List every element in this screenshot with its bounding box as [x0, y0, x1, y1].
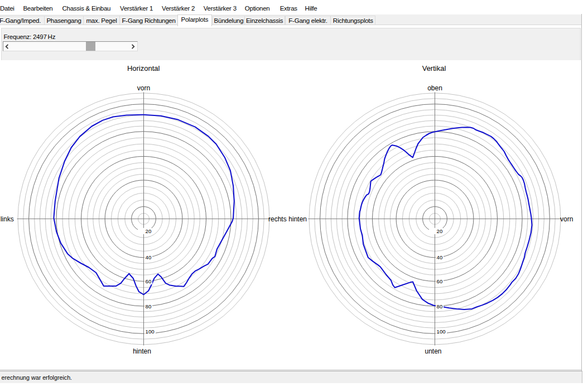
svg-text:unten: unten	[425, 347, 441, 355]
svg-text:links: links	[1, 215, 14, 223]
svg-text:60: 60	[146, 278, 152, 284]
svg-text:hinten: hinten	[288, 215, 307, 223]
svg-text:oben: oben	[427, 84, 442, 92]
svg-text:Horizontal: Horizontal	[127, 64, 160, 72]
svg-text:Vertikal: Vertikal	[422, 64, 446, 72]
svg-text:vorn: vorn	[560, 215, 573, 223]
svg-text:40: 40	[146, 254, 152, 260]
svg-text:60: 60	[437, 278, 443, 284]
svg-text:80: 80	[146, 303, 152, 309]
svg-text:vorn: vorn	[137, 84, 150, 92]
svg-text:20: 20	[146, 228, 152, 234]
svg-text:20: 20	[437, 228, 443, 234]
svg-text:100: 100	[437, 328, 446, 335]
svg-text:rechts: rechts	[268, 215, 287, 223]
svg-text:hinten: hinten	[133, 347, 151, 355]
svg-text:100: 100	[146, 328, 155, 335]
svg-text:80: 80	[437, 303, 443, 309]
svg-text:40: 40	[437, 254, 443, 260]
